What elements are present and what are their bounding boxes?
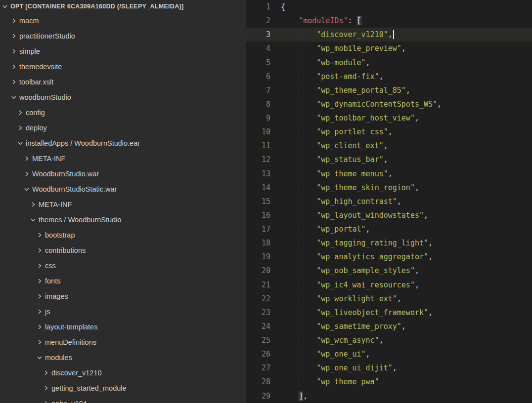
- tree-item-practitionerstudio[interactable]: practitionerStudio: [0, 28, 246, 43]
- code-line[interactable]: 13 "wp_theme_menus",: [246, 167, 532, 181]
- chevron-down-icon[interactable]: [1, 2, 9, 10]
- chevron-right-icon[interactable]: [36, 262, 44, 270]
- code-line-text[interactable]: "wp_status_bar",: [281, 153, 532, 166]
- tree-item-getting-started-module[interactable]: getting_started_module: [0, 380, 246, 396]
- code-line-text[interactable]: "wp_portlet_css",: [281, 125, 532, 139]
- explorer-section-header[interactable]: OPT [CONTAINER 6CA309A160DD (/SLEEPY_ALM…: [0, 0, 246, 13]
- tree-item-contributions[interactable]: contributions: [0, 242, 246, 258]
- code-line-text[interactable]: "wp_dynamicContentSpots_WS",: [281, 97, 532, 111]
- code-line[interactable]: 16 "wp_layout_windowstates",: [246, 208, 532, 222]
- code-line-text[interactable]: "wp_wcm_async",: [281, 333, 532, 347]
- code-line[interactable]: 3 "discover_v1210",: [246, 28, 532, 41]
- code-line[interactable]: 24 "wp_sametime_proxy",: [246, 320, 532, 333]
- tree-item-modules[interactable]: modules: [0, 350, 246, 365]
- tree-item-bootstrap[interactable]: bootstrap: [0, 227, 246, 242]
- chevron-right-icon[interactable]: [36, 277, 44, 285]
- tree-item-woodburnstudiostatic-war[interactable]: WoodburnStudioStatic.war: [0, 181, 246, 197]
- code-line[interactable]: 17 "wp_portal",: [246, 222, 532, 236]
- chevron-right-icon[interactable]: [16, 124, 24, 132]
- tree-item-woodburnstudio-war[interactable]: WoodburnStudio.war: [0, 166, 246, 181]
- tree-item-js[interactable]: js: [0, 304, 246, 319]
- tree-item-layout-templates[interactable]: layout-templates: [0, 319, 246, 334]
- chevron-right-icon[interactable]: [42, 400, 50, 403]
- code-line[interactable]: 27 "wp_one_ui_dijit",: [246, 361, 532, 375]
- chevron-right-icon[interactable]: [36, 308, 44, 316]
- tree-item-toolbar-xslt[interactable]: toolbar.xslt: [0, 74, 246, 89]
- code-line-text[interactable]: "discover_v1210",: [281, 28, 532, 41]
- code-line-text[interactable]: "post-amd-fix",: [281, 70, 532, 83]
- tree-item-oobe-v104[interactable]: oobe_v104: [0, 396, 246, 403]
- code-line-text[interactable]: "wp_liveobject_framework",: [281, 306, 532, 320]
- code-line[interactable]: 5 "wb-module",: [246, 56, 532, 70]
- chevron-right-icon[interactable]: [16, 109, 24, 117]
- code-line[interactable]: 14 "wp_theme_skin_region",: [246, 181, 532, 195]
- chevron-right-icon[interactable]: [10, 63, 18, 71]
- tree-item-installedapps-woodburnstudio-ear[interactable]: installedApps / WoodburnStudio.ear: [0, 135, 246, 151]
- code-line[interactable]: 2 "moduleIDs": [: [246, 14, 532, 28]
- chevron-right-icon[interactable]: [36, 246, 44, 254]
- code-line[interactable]: 6 "post-amd-fix",: [246, 70, 532, 83]
- tree-item-themes-woodburnstudio[interactable]: themes / WoodburnStudio: [0, 212, 246, 227]
- code-line[interactable]: 10 "wp_portlet_css",: [246, 125, 532, 139]
- chevron-right-icon[interactable]: [36, 338, 44, 346]
- chevron-right-icon[interactable]: [23, 170, 31, 178]
- chevron-right-icon[interactable]: [42, 369, 50, 377]
- code-line[interactable]: 29 ],: [246, 389, 532, 403]
- chevron-down-icon[interactable]: [23, 185, 31, 193]
- code-line-text[interactable]: "wp_tagging_rating_light",: [281, 236, 532, 250]
- code-line[interactable]: 7 "wp_theme_portal_85",: [246, 83, 532, 97]
- code-line-text[interactable]: "wp_high_contrast",: [281, 195, 532, 208]
- chevron-down-icon[interactable]: [10, 93, 18, 101]
- code-line-text[interactable]: "wp_layout_windowstates",: [281, 208, 532, 222]
- chevron-right-icon[interactable]: [23, 155, 31, 162]
- code-line[interactable]: 21 "wp_ic4_wai_resources",: [246, 278, 532, 292]
- code-line[interactable]: 1{: [246, 0, 532, 14]
- code-line[interactable]: 20 "wp_oob_sample_styles",: [246, 264, 532, 278]
- code-line-text[interactable]: "wp_sametime_proxy",: [281, 320, 532, 333]
- code-line-text[interactable]: "wp_theme_skin_region",: [281, 181, 532, 195]
- code-line[interactable]: 9 "wp_toolbar_host_view",: [246, 111, 532, 125]
- code-line-text[interactable]: "wp_portal",: [281, 222, 532, 236]
- code-line[interactable]: 26 "wp_one_ui",: [246, 347, 532, 361]
- code-line-text[interactable]: {: [281, 0, 532, 14]
- tree-item-meta-inf[interactable]: META-INF: [0, 151, 246, 166]
- code-line-text[interactable]: "wp_theme_pwa": [281, 375, 532, 389]
- code-line-text[interactable]: "wb-module",: [281, 56, 532, 70]
- chevron-right-icon[interactable]: [42, 384, 50, 392]
- code-editor[interactable]: 1{2 "moduleIDs": [3 "discover_v1210",4 "…: [246, 0, 532, 403]
- tree-item-macm[interactable]: macm: [0, 13, 246, 28]
- chevron-right-icon[interactable]: [36, 231, 44, 239]
- chevron-right-icon[interactable]: [10, 32, 18, 40]
- tree-item-themedevsite[interactable]: themedevsite: [0, 59, 246, 74]
- tree-item-config[interactable]: config: [0, 105, 246, 120]
- code-line[interactable]: 12 "wp_status_bar",: [246, 153, 532, 166]
- tree-item-fonts[interactable]: fonts: [0, 273, 246, 288]
- chevron-down-icon[interactable]: [29, 216, 37, 224]
- code-line[interactable]: 4 "wp_mobile_preview",: [246, 41, 532, 55]
- code-line-text[interactable]: "moduleIDs": [: [281, 14, 532, 28]
- code-line-text[interactable]: "wp_client_ext",: [281, 139, 532, 153]
- chevron-right-icon[interactable]: [29, 201, 37, 208]
- code-line[interactable]: 8 "wp_dynamicContentSpots_WS",: [246, 97, 532, 111]
- tree-item-simple[interactable]: simple: [0, 43, 246, 59]
- tree-item-menudefinitions[interactable]: menuDefinitions: [0, 334, 246, 350]
- code-line-text[interactable]: "wp_theme_portal_85",: [281, 83, 532, 97]
- chevron-right-icon[interactable]: [10, 17, 18, 25]
- tree-item-meta-inf[interactable]: META-INF: [0, 197, 246, 212]
- chevron-down-icon[interactable]: [36, 354, 44, 362]
- code-line-text[interactable]: "wp_worklight_ext",: [281, 292, 532, 306]
- tree-item-images[interactable]: images: [0, 288, 246, 304]
- code-line[interactable]: 18 "wp_tagging_rating_light",: [246, 236, 532, 250]
- code-line[interactable]: 23 "wp_liveobject_framework",: [246, 306, 532, 320]
- chevron-right-icon[interactable]: [10, 78, 18, 86]
- code-line[interactable]: 15 "wp_high_contrast",: [246, 195, 532, 208]
- chevron-right-icon[interactable]: [10, 47, 18, 55]
- code-line-text[interactable]: "wp_ic4_wai_resources",: [281, 278, 532, 292]
- code-line-text[interactable]: "wp_oob_sample_styles",: [281, 264, 532, 278]
- code-line-text[interactable]: "wp_one_ui_dijit",: [281, 361, 532, 375]
- tree-item-discover-v1210[interactable]: discover_v1210: [0, 365, 246, 380]
- chevron-right-icon[interactable]: [36, 292, 44, 300]
- code-line-text[interactable]: "wp_one_ui",: [281, 347, 532, 361]
- tree-item-css[interactable]: css: [0, 258, 246, 273]
- code-line-text[interactable]: ],: [281, 389, 532, 403]
